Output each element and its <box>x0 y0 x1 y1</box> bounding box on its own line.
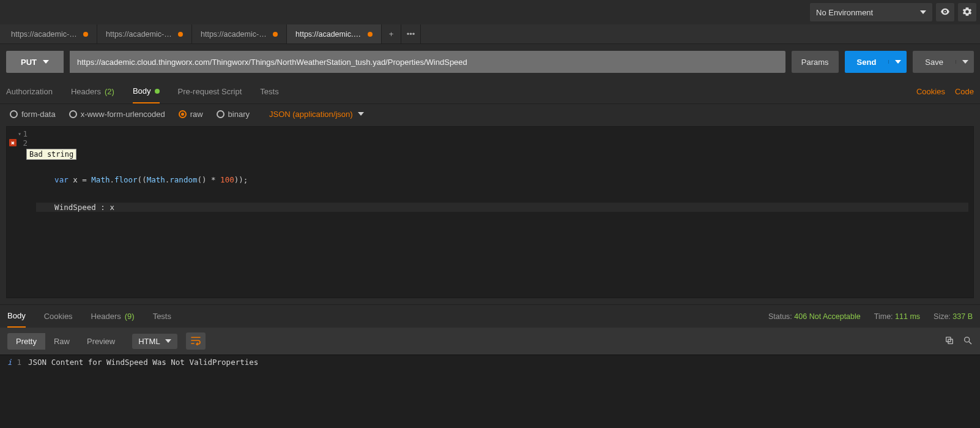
error-marker-icon[interactable]: ✖ <box>9 139 17 146</box>
wrap-icon <box>190 336 201 347</box>
status-value: 406 Not Acceptable <box>794 312 860 321</box>
response-tab-body[interactable]: Body <box>7 305 26 328</box>
response-tab-headers[interactable]: Headers (9) <box>91 305 135 328</box>
request-tabs: https://academic-edu https://academic-ed… <box>0 24 980 44</box>
send-label: Send <box>845 58 889 67</box>
code-area[interactable]: { var x = Math.floor((Math.random() * 10… <box>31 127 973 298</box>
radio-urlencoded[interactable]: x-www-form-urlencoded <box>69 110 165 119</box>
radio-form-data[interactable]: form-data <box>10 110 56 119</box>
unsaved-dot-icon <box>83 32 88 37</box>
unsaved-dot-icon <box>178 32 183 37</box>
tab-overflow-button[interactable]: ••• <box>401 24 421 43</box>
cookies-link[interactable]: Cookies <box>916 87 945 96</box>
tab-prerequest[interactable]: Pre-request Script <box>178 80 242 103</box>
environment-quicklook-button[interactable] <box>936 3 954 21</box>
tab-headers[interactable]: Headers (2) <box>71 80 114 103</box>
response-tab-cookies[interactable]: Cookies <box>44 305 73 328</box>
body-type-options: form-data x-www-form-urlencoded raw bina… <box>0 104 980 126</box>
size-value: 337 B <box>952 312 973 321</box>
svg-point-2 <box>965 337 970 342</box>
request-url-input[interactable] <box>70 51 785 73</box>
environment-label: No Environment <box>816 8 873 17</box>
response-text: JSON Content for WindSpeed Was Not Valid… <box>28 355 258 428</box>
send-button[interactable]: Send <box>845 51 907 73</box>
request-row: PUT Params Send Save <box>0 44 980 80</box>
code-link[interactable]: Code <box>955 87 974 96</box>
response-tab-tests[interactable]: Tests <box>153 305 171 328</box>
copy-icon <box>945 336 954 347</box>
body-present-indicator-icon <box>155 89 160 94</box>
eye-icon <box>940 6 951 19</box>
chevron-down-icon <box>165 339 171 343</box>
request-tab[interactable]: https://academic-edu <box>192 24 287 43</box>
request-tab[interactable]: https://academic-edu <box>2 24 97 43</box>
radio-raw[interactable]: raw <box>179 110 203 119</box>
fold-icon[interactable]: ▾ <box>18 129 21 138</box>
top-bar: No Environment <box>0 0 980 24</box>
send-dropdown[interactable] <box>888 60 907 64</box>
unsaved-dot-icon <box>368 32 373 37</box>
chevron-down-icon <box>920 10 926 14</box>
copy-response-button[interactable] <box>945 336 954 347</box>
params-label: Params <box>801 58 829 67</box>
environment-selector[interactable]: No Environment <box>810 3 932 21</box>
view-pretty[interactable]: Pretty <box>7 333 45 350</box>
view-preview[interactable]: Preview <box>78 333 124 350</box>
radio-icon <box>217 110 225 118</box>
tab-label: https://academic-edu <box>11 30 78 39</box>
http-method-label: PUT <box>21 58 37 67</box>
request-section-tabs: Authorization Headers (2) Body Pre-reque… <box>0 80 980 104</box>
save-button[interactable]: Save <box>913 51 974 73</box>
response-toolbar: Pretty Raw Preview HTML <box>0 328 980 355</box>
response-view-segment: Pretty Raw Preview <box>7 333 124 350</box>
view-raw[interactable]: Raw <box>45 333 78 350</box>
app-root: No Environment https://academic-edu http… <box>0 0 980 428</box>
chevron-down-icon <box>358 112 364 116</box>
response-gutter: i1 <box>0 355 28 428</box>
radio-icon <box>10 110 18 118</box>
radio-icon <box>179 110 187 118</box>
tab-tests[interactable]: Tests <box>260 80 278 103</box>
search-response-button[interactable] <box>963 336 973 347</box>
chevron-down-icon <box>895 60 901 64</box>
tab-label: https://academic-edu <box>201 30 268 39</box>
tab-label: https://academic.clou <box>295 30 363 39</box>
new-tab-button[interactable]: + <box>382 24 401 43</box>
request-body-editor[interactable]: ▾ 1 ✖ 2 3 { var x = Math.floor((Math.ran… <box>6 126 974 298</box>
settings-button[interactable] <box>958 3 976 21</box>
time-value: 111 ms <box>895 312 920 321</box>
error-tooltip: Bad string <box>26 149 76 160</box>
response-body-viewer[interactable]: i1 JSON Content for WindSpeed Was Not Va… <box>0 355 980 428</box>
gear-icon <box>962 6 973 19</box>
tab-label: https://academic-edu <box>106 30 173 39</box>
params-button[interactable]: Params <box>792 51 839 73</box>
chevron-down-icon <box>43 60 49 64</box>
request-tab-active[interactable]: https://academic.clou <box>287 24 382 43</box>
unsaved-dot-icon <box>273 32 278 37</box>
search-icon <box>963 336 973 347</box>
info-icon: i <box>7 358 12 428</box>
chevron-down-icon <box>962 60 968 64</box>
request-tab[interactable]: https://academic-edu <box>97 24 192 43</box>
response-section-tabs: Body Cookies Headers (9) Tests Status: 4… <box>0 304 980 328</box>
raw-content-type-selector[interactable]: JSON (application/json) <box>269 110 364 119</box>
radio-binary[interactable]: binary <box>217 110 250 119</box>
wrap-lines-button[interactable] <box>186 332 206 350</box>
tab-body[interactable]: Body <box>133 80 160 103</box>
response-meta: Status: 406 Not Acceptable Time: 111 ms … <box>768 312 973 321</box>
save-label: Save <box>913 58 956 67</box>
tab-authorization[interactable]: Authorization <box>6 80 53 103</box>
response-format-selector[interactable]: HTML <box>132 334 177 349</box>
save-dropdown[interactable] <box>956 60 974 64</box>
http-method-selector[interactable]: PUT <box>6 51 64 73</box>
svg-line-3 <box>969 342 971 344</box>
radio-icon <box>69 110 77 118</box>
